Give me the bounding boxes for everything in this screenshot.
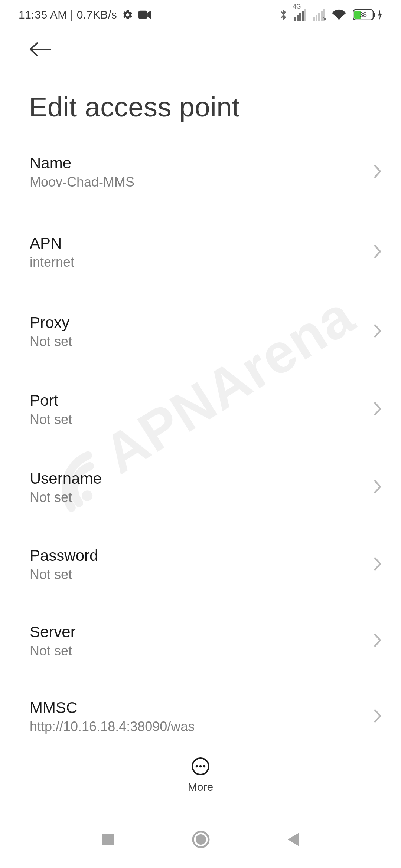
setting-name[interactable]: Name Moov-Chad-MMS <box>0 137 401 208</box>
setting-label: Port <box>30 392 72 410</box>
setting-value: Not set <box>30 334 72 349</box>
setting-label: APN <box>30 234 74 252</box>
svg-point-9 <box>199 765 202 767</box>
video-icon <box>138 10 151 19</box>
toolbar <box>0 30 401 70</box>
status-bar: 11:35 AM | 0.7KB/s 4G ✕ <box>0 0 401 30</box>
signal-2-icon: ✕ <box>313 9 325 21</box>
nav-back-button[interactable] <box>286 832 300 848</box>
setting-label: MMSC <box>30 699 195 717</box>
svg-rect-3 <box>374 13 375 17</box>
setting-label: Proxy <box>30 314 72 332</box>
svg-point-10 <box>203 765 205 767</box>
back-button[interactable] <box>29 42 52 59</box>
setting-value: http://10.16.18.4:38090/was <box>30 719 195 734</box>
battery-icon: 38 <box>353 9 382 20</box>
svg-rect-11 <box>102 834 114 845</box>
svg-text:38: 38 <box>359 11 367 19</box>
nav-home-button[interactable] <box>192 830 210 850</box>
setting-mmsc[interactable]: MMSC http://10.16.18.4:38090/was <box>0 677 401 752</box>
setting-label: Name <box>30 154 134 172</box>
chevron-right-icon <box>374 244 382 260</box>
setting-value: Not set <box>30 412 72 427</box>
setting-server[interactable]: Server Not set <box>0 600 401 677</box>
setting-label: Username <box>30 470 102 487</box>
setting-username[interactable]: Username Not set <box>0 445 401 523</box>
more-icon <box>191 757 210 777</box>
nav-recent-button[interactable] <box>101 832 115 848</box>
chevron-right-icon <box>374 633 382 649</box>
svg-point-8 <box>196 765 198 767</box>
signal-4g-icon: 4G <box>294 9 306 21</box>
setting-label: Server <box>30 623 76 641</box>
svg-rect-0 <box>138 11 147 19</box>
wifi-icon <box>332 9 346 20</box>
page-title: Edit access point <box>0 70 401 123</box>
more-label: More <box>188 781 213 793</box>
svg-point-13 <box>196 834 206 845</box>
setting-port[interactable]: Port Not set <box>0 367 401 445</box>
status-left: 11:35 AM | 0.7KB/s <box>19 9 151 21</box>
status-right: 4G ✕ 38 <box>279 9 382 21</box>
bluetooth-icon <box>279 9 287 21</box>
setting-value: Not set <box>30 567 98 582</box>
signal-4g-label: 4G <box>293 3 301 10</box>
chevron-right-icon <box>374 709 382 724</box>
setting-proxy[interactable]: Proxy Not set <box>0 288 401 367</box>
chevron-right-icon <box>374 480 382 495</box>
gear-icon <box>122 9 133 20</box>
setting-value: Not set <box>30 643 76 659</box>
navigation-bar <box>0 812 401 868</box>
status-time-text: 11:35 AM <box>19 9 67 21</box>
status-net-speed: 0.7KB/s <box>77 9 117 21</box>
setting-value: internet <box>30 254 74 270</box>
status-time: 11:35 AM | 0.7KB/s <box>19 9 117 21</box>
chevron-right-icon <box>374 557 382 572</box>
chevron-right-icon <box>374 402 382 417</box>
more-button[interactable]: More <box>0 746 401 805</box>
setting-value: Not set <box>30 490 102 505</box>
chevron-right-icon <box>374 324 382 339</box>
setting-label: Password <box>30 547 98 565</box>
setting-apn[interactable]: APN internet <box>0 208 401 288</box>
setting-value: Moov-Chad-MMS <box>30 174 134 190</box>
footer-divider <box>15 806 386 806</box>
setting-password[interactable]: Password Not set <box>0 523 401 600</box>
chevron-right-icon <box>374 164 382 180</box>
